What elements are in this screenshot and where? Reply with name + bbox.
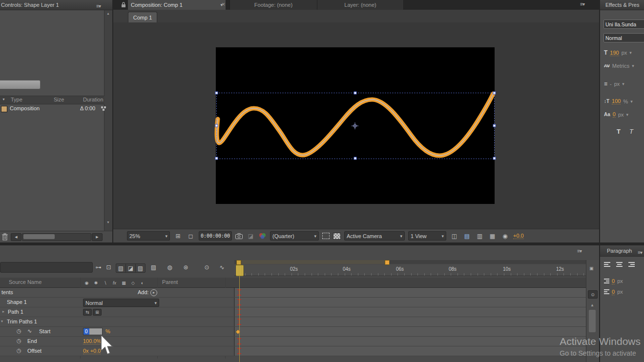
time-ruler[interactable]: 0s 02s 04s 06s 08s 10s 12s [234,265,586,276]
comp-flowchart-icon[interactable]: ⊡ [104,263,113,271]
faux-bold-icon[interactable]: T [617,128,621,135]
motion-blur-icon[interactable]: ◍ [165,263,174,271]
tab-layer[interactable]: Layer: (none) [317,0,404,10]
reset-exposure-icon[interactable]: ◉ [500,232,510,240]
region-of-interest-icon[interactable] [322,233,330,239]
stopwatch-icon[interactable]: ◷ [17,348,21,353]
pixel-aspect-icon[interactable]: ◫ [450,232,459,240]
panel-menu-icon[interactable]: ≡▾ [96,1,101,11]
shape-layer-overlay[interactable] [213,44,498,207]
cti-head[interactable] [236,265,244,276]
path-mask-icon[interactable]: ⊞ [93,309,102,316]
row-offset[interactable]: ◷ Offset 0x +0.0 [0,346,586,356]
frame-blend-switch-icon[interactable]: ▨ [149,263,158,271]
horizontal-scrollbar[interactable] [22,233,91,241]
kerning-value[interactable]: Metrics [612,63,629,69]
anchor-point[interactable] [352,122,358,129]
row-end[interactable]: ◷ End 100.0% [0,337,586,346]
snapshot-icon[interactable] [235,233,243,239]
exposure-value[interactable]: +0.0 [513,233,524,239]
row-contents[interactable]: tents Add: ▸ [0,288,586,298]
dropdown-icon[interactable]: ▾ [626,112,629,117]
baseline-shift-value[interactable]: 0 [613,111,616,118]
brainstorm-icon[interactable]: ⊛ [181,263,190,271]
path-direction-icon[interactable]: ⇆ [83,309,92,316]
timecode-field[interactable]: 0:00:00:00 [199,231,232,241]
twirl-icon[interactable]: ▸ [2,309,4,314]
vertical-scrollbar[interactable]: ▲ ▼ [104,10,112,231]
filter-icon[interactable]: ▼ [2,98,5,101]
view-layout-select[interactable]: 1 View ▾ [408,231,446,241]
align-left-icon[interactable] [604,261,610,268]
scroll-up-icon[interactable]: ▲ [106,12,110,15]
faux-italic-icon[interactable]: T [629,128,633,135]
stopwatch-icon[interactable]: ◷ [17,338,21,343]
row-start[interactable]: ◷ ∿ Start 0 % ◆ [0,327,586,337]
tab-footage[interactable]: Footage: (none) [229,0,317,10]
timeline-button-icon[interactable]: ▥ [475,232,484,240]
tab-composition[interactable]: Composition: Comp 1 ▾ [128,0,226,10]
camera-view-select[interactable]: Active Camera ▾ [344,231,405,241]
viewport[interactable] [113,22,599,229]
scroll-left-icon[interactable]: ◀ [11,233,21,241]
transparency-grid-icon[interactable] [333,233,341,240]
tab-close-icon[interactable]: × [222,1,225,8]
dropdown-icon[interactable]: ▾ [632,63,634,68]
align-right-icon[interactable] [628,261,635,268]
effects-presets-header[interactable]: Effects & Pres [600,0,644,10]
resolution-select[interactable]: (Quarter) ▾ [270,231,319,241]
filter-button[interactable] [0,80,41,89]
blend-mode-select[interactable]: Normal ▾ [83,299,159,307]
twirl-icon[interactable]: ▾ [1,319,3,323]
source-name-header[interactable]: Source Name [9,279,42,285]
row-path-1[interactable]: ▸ Path 1 ⇆ ⊞ [0,307,586,317]
lock-icon[interactable] [121,2,126,8]
indent-right-value[interactable]: 0 [612,289,615,295]
column-duration[interactable]: Duration [83,97,104,102]
font-style-select[interactable]: Normal [603,33,644,42]
stopwatch-icon[interactable]: ◷ [17,328,21,334]
column-type[interactable]: Type [11,97,22,102]
draft-3d-icon[interactable]: ▧ [116,264,125,272]
comp-flowchart-icon[interactable]: ▦ [488,232,497,240]
scrollbar-thumb[interactable] [23,234,55,239]
offset-value[interactable]: 0x +0.0 [83,348,101,354]
show-channel-icon[interactable] [259,233,267,239]
zoom-select[interactable]: 25% ▾ [127,231,170,241]
comp-mini-flowchart-icon[interactable]: ⊶ [94,263,103,271]
show-snapshot-icon[interactable]: ◪ [246,232,255,240]
work-area-start-handle[interactable] [236,260,241,265]
marker-bin-icon[interactable]: ▣ [589,266,594,271]
work-area-end-handle[interactable] [385,260,390,265]
paragraph-header[interactable]: Paragraph ≡▾ [600,245,644,257]
effect-controls-header[interactable]: Controls: Shape Layer 1 ≡▾ [0,0,112,10]
trash-icon[interactable] [2,233,8,241]
indent-left-value[interactable]: 0 [612,278,615,284]
leading-value[interactable]: - [610,81,612,87]
row-shape-1[interactable]: Shape 1 Normal ▾ [0,298,586,307]
cti-line[interactable] [239,275,240,362]
timeline-search-input[interactable] [0,262,93,273]
panel-menu-icon[interactable]: ≡▾ [638,247,642,258]
auto-keyframe-icon[interactable]: ⊙ [202,263,211,271]
work-area-bar[interactable] [234,260,586,264]
fast-preview-icon[interactable]: ▤ [462,232,472,240]
timeline-panel-menu-icon[interactable]: ≡▾ [577,248,582,254]
scrollbar-thumb[interactable] [589,310,596,332]
dropdown-icon[interactable]: ▾ [630,99,633,104]
grid-options-icon[interactable]: ⊞ [173,232,183,240]
align-center-icon[interactable] [616,261,623,268]
font-family-select[interactable]: Uni Ila.Sunda [603,20,644,29]
mask-visibility-icon[interactable]: ◻ [186,232,195,240]
row-trim-paths-1[interactable]: ▾ Trim Paths 1 [0,317,586,327]
font-size-value[interactable]: 190 [610,50,619,56]
composition-row[interactable]: Composition Δ 0:00 [0,104,104,113]
vertical-scale-value[interactable]: 100 [612,98,621,104]
add-property-icon[interactable]: ▸ [150,289,157,296]
dropdown-icon[interactable]: ▾ [622,81,624,86]
scroll-up-icon[interactable]: ▲ [590,303,594,307]
column-size[interactable]: Size [54,97,64,102]
graph-editor-icon[interactable]: ∿ [217,263,227,271]
scroll-down-icon[interactable]: ▼ [106,221,110,224]
end-value[interactable]: 100.0% [83,338,101,344]
